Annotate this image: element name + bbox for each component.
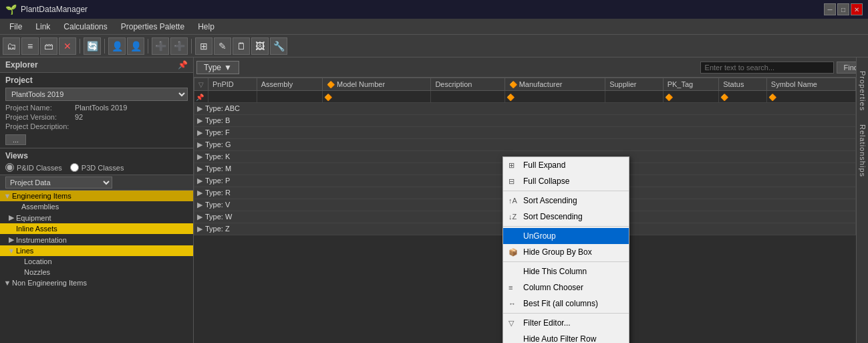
tb-add2-button[interactable]: ➕: [170, 37, 188, 55]
ctx-sort-ascending[interactable]: ↑A Sort Ascending: [503, 193, 629, 209]
menu-help[interactable]: Help: [191, 21, 221, 33]
tree-item-nozzles[interactable]: Nozzles: [0, 267, 193, 277]
ctx-full-expand[interactable]: ⊞ Full Expand: [503, 157, 629, 173]
table-row[interactable]: ▶Type: F: [194, 127, 856, 139]
filter-manufacturer[interactable]: 🔶: [504, 91, 605, 103]
ctx-col-chooser-label: Column Chooser: [523, 283, 621, 292]
filter-symbol-name[interactable]: 🔶: [766, 91, 855, 103]
type-dropdown-btn[interactable]: Type ▼: [196, 61, 239, 74]
expand-icon: ⊞: [509, 161, 515, 170]
col-pk-tag[interactable]: PK_Tag: [663, 78, 719, 91]
ctx-column-chooser[interactable]: ≡ Column Chooser: [503, 279, 629, 296]
ctx-best-fit[interactable]: ↔ Best Fit (all columns): [503, 296, 629, 312]
tree-item-assemblies[interactable]: Assemblies: [0, 201, 193, 212]
tree-label-instrumentation: Instrumentation: [16, 236, 67, 244]
filter-description[interactable]: [431, 91, 504, 103]
menu-file[interactable]: File: [3, 21, 29, 33]
col-status[interactable]: Status: [719, 78, 767, 91]
ctx-hide-group-by-box[interactable]: 📦 Hide Group By Box: [503, 244, 629, 260]
menu-properties-palette[interactable]: Properties Palette: [114, 21, 191, 33]
table-row[interactable]: ▶Type: ABC: [194, 103, 856, 115]
menu-calculations[interactable]: Calculations: [57, 21, 114, 33]
arrow-icon: ▼: [3, 279, 12, 287]
tree-item-engineering-items[interactable]: ▼ Engineering Items: [0, 191, 193, 201]
ctx-full-expand-label: Full Expand: [523, 160, 621, 170]
ctx-full-collapse[interactable]: ⊟ Full Collapse: [503, 173, 629, 189]
view-pid-label[interactable]: P&ID Classes: [5, 163, 62, 172]
tb-user2-button[interactable]: 👤: [127, 37, 144, 55]
search-input[interactable]: [700, 62, 834, 74]
ctx-sep-3: [503, 261, 629, 262]
desc-button[interactable]: ...: [5, 134, 26, 145]
tree-item-location[interactable]: Location: [0, 256, 193, 267]
col-assembly[interactable]: Assembly: [257, 78, 322, 91]
view-pid-radio[interactable]: [5, 163, 14, 172]
col-description[interactable]: Description: [431, 78, 504, 91]
ctx-filter-editor[interactable]: ▽ Filter Editor...: [503, 315, 629, 331]
context-menu: ⊞ Full Expand ⊟ Full Collapse ↑A Sort As…: [502, 156, 629, 343]
table-row[interactable]: ▶Type: B: [194, 115, 856, 127]
side-labels: Properties Relationships: [856, 58, 868, 343]
tree-label-non-engineering-items: Non Engineering Items: [12, 279, 87, 287]
tree-label-location: Location: [24, 257, 52, 265]
minimize-button[interactable]: ─: [824, 3, 836, 15]
mfr-col-icon: 🔶: [509, 81, 517, 88]
tree-item-equipment[interactable]: ▶ Equipment: [0, 212, 193, 223]
filter-supplier[interactable]: [605, 91, 664, 103]
ctx-sort-descending[interactable]: ↓Z Sort Descending: [503, 209, 629, 225]
view-p3d-radio[interactable]: [70, 163, 79, 172]
ctx-hide-group-label: Hide Group By Box: [523, 247, 621, 257]
col-supplier[interactable]: Supplier: [605, 78, 664, 91]
properties-side-label[interactable]: Properties: [859, 71, 867, 111]
group-arrow-icon: ▶: [197, 164, 202, 173]
tb-refresh-button[interactable]: 🔄: [84, 37, 101, 55]
filter-pk-tag[interactable]: 🔶: [663, 91, 719, 103]
col-manufacturer[interactable]: 🔶Manufacturer: [504, 78, 605, 91]
filter-status[interactable]: 🔶: [719, 91, 767, 103]
tb-settings-button[interactable]: 🔧: [270, 37, 287, 55]
tb-sep-1: [80, 39, 80, 53]
tb-list-button[interactable]: ≡: [21, 37, 39, 55]
dropdown-arrow-icon: ▼: [224, 63, 232, 72]
col-chooser-icon: ≡: [509, 283, 513, 292]
ctx-hide-this-column[interactable]: Hide This Column: [503, 263, 629, 279]
ctx-ungroup[interactable]: UnGroup: [503, 228, 629, 244]
col-model-number[interactable]: 🔶Model Number: [323, 78, 431, 91]
tree-item-lines[interactable]: ▼ Lines: [0, 245, 193, 256]
menu-link[interactable]: Link: [29, 21, 57, 33]
ctx-hide-auto-filter-row[interactable]: Hide Auto Filter Row: [503, 331, 629, 343]
col-symbol-name[interactable]: Symbol Name: [766, 78, 855, 91]
table-row[interactable]: ▶Type: G: [194, 139, 856, 151]
tb-doc-button[interactable]: 🗒: [233, 37, 250, 55]
tb-delete-button[interactable]: ✕: [59, 37, 76, 55]
tree-dropdown[interactable]: Project Data: [5, 177, 112, 189]
filter-model[interactable]: 🔶: [323, 91, 431, 103]
filter-assembly[interactable]: [257, 91, 322, 103]
menubar: File Link Calculations Properties Palett…: [0, 19, 868, 35]
relationships-side-label[interactable]: Relationships: [859, 124, 867, 177]
filter-pnpid[interactable]: [208, 91, 257, 103]
tb-user1-button[interactable]: 👤: [108, 37, 126, 55]
arrow-icon: ▶: [7, 235, 16, 244]
close-button[interactable]: ✕: [851, 3, 863, 15]
tb-add1-button[interactable]: ➕: [152, 37, 169, 55]
tb-edit-button[interactable]: ✎: [214, 37, 231, 55]
col-pnpid[interactable]: PnPID: [208, 78, 257, 91]
grid-toolbar: Type ▼ Find: [194, 58, 868, 78]
maximize-button[interactable]: □: [837, 3, 849, 15]
project-version-label: Project Version:: [5, 113, 72, 121]
tree-item-non-engineering-items[interactable]: ▼ Non Engineering Items: [0, 277, 193, 288]
tree-label-assemblies: Assemblies: [21, 203, 59, 211]
project-select[interactable]: PlantTools 2019: [5, 88, 188, 101]
pin-icon[interactable]: 📌: [178, 60, 188, 70]
tb-open-button[interactable]: 🗂: [3, 37, 20, 55]
tree-item-inline-assets[interactable]: Inline Assets: [0, 223, 193, 234]
project-desc-label: Project Description:: [5, 122, 72, 130]
ctx-sep-1: [503, 191, 629, 191]
tb-image-button[interactable]: 🖼: [251, 37, 269, 55]
tree-label-engineering-items: Engineering Items: [12, 192, 71, 200]
view-p3d-label[interactable]: P3D Classes: [70, 163, 124, 172]
tb-save-button[interactable]: 🗃: [40, 37, 57, 55]
tree-item-instrumentation[interactable]: ▶ Instrumentation: [0, 234, 193, 245]
tb-grid-button[interactable]: ⊞: [195, 37, 212, 55]
